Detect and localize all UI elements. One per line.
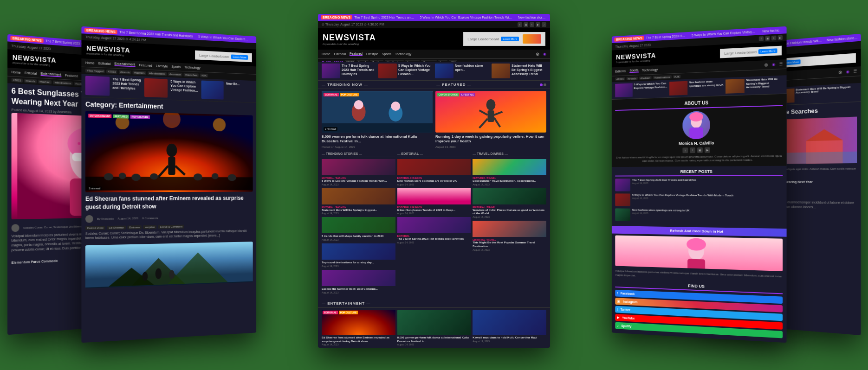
nav-c-lifestyle[interactable]: Lifestyle bbox=[366, 52, 378, 56]
ts-title-3[interactable]: 5 trends that will shape family vacation… bbox=[322, 235, 395, 238]
trending-badges: EDITORIAL POP CULTURE bbox=[324, 93, 359, 97]
fb-r[interactable]: f bbox=[759, 36, 764, 41]
tw-c[interactable]: t bbox=[530, 22, 534, 27]
logo: NEWSVISTA Impossible is for the unwillin… bbox=[13, 53, 57, 67]
ig-r[interactable]: ▣ bbox=[765, 36, 770, 41]
article-title-2[interactable]: 5 Ways In Which You Can Explore Vintage … bbox=[170, 79, 198, 93]
trending-stories-title: — TRENDING STORIES — bbox=[322, 152, 395, 157]
menu-fr[interactable]: ☰ bbox=[854, 69, 857, 74]
sa-title-1[interactable]: The 7 Best Spring 2023 Hair Trends and H… bbox=[342, 64, 376, 76]
svg-rect-40 bbox=[488, 110, 494, 122]
article-content-2: 5 Ways In Which You Can Explore Vintage … bbox=[170, 79, 198, 99]
badge-culture: POP CULTURE bbox=[130, 115, 150, 119]
dark-toggle-right[interactable]: ◉ bbox=[772, 62, 775, 67]
tr-title-1[interactable]: Best Summer Travel Destination, Accordin… bbox=[473, 179, 546, 183]
featured-article-title[interactable]: Running 1 day a week is gaining populari… bbox=[435, 134, 546, 144]
nav-r-sports[interactable]: Sports bbox=[629, 69, 638, 73]
ig-c[interactable]: ▣ bbox=[524, 22, 528, 27]
fb-c[interactable]: f bbox=[518, 22, 522, 27]
nav-c-editorial[interactable]: Editorial bbox=[334, 52, 346, 56]
nav-left-sports[interactable]: Sports bbox=[171, 65, 181, 69]
ts-img-3 bbox=[322, 217, 395, 233]
ts-title-2[interactable]: Statement Hats Will Be Spring's Biggest.… bbox=[322, 209, 395, 212]
tag-eminem[interactable]: Eminem bbox=[127, 225, 142, 230]
yt-platform-icon: ▶ bbox=[617, 315, 620, 319]
ent-title-2[interactable]: 8,000 women perform folk dance at Intern… bbox=[397, 336, 471, 344]
dark-mode-toggle[interactable]: ◉ bbox=[543, 52, 546, 56]
search-icon-fr[interactable]: ⊗ bbox=[838, 70, 842, 75]
tag-detroit[interactable]: Detroit show bbox=[85, 226, 105, 230]
dot-2[interactable] bbox=[544, 83, 546, 86]
tw-r[interactable]: t bbox=[771, 36, 776, 41]
a-yt[interactable]: ▶ bbox=[705, 147, 710, 153]
sa-content-3: New fashion store open... bbox=[455, 64, 490, 78]
learn-more-right[interactable]: Learn More bbox=[758, 48, 777, 54]
tag-surprise[interactable]: surprise bbox=[143, 225, 157, 229]
nav-left-featured[interactable]: Featured bbox=[139, 64, 152, 67]
ed-title-1[interactable]: New fashion store openings are strong in… bbox=[397, 179, 471, 183]
nav-c-tech[interactable]: Technology bbox=[395, 52, 411, 56]
a-ig[interactable]: ▣ bbox=[697, 147, 703, 153]
ig-platform-icon: ▣ bbox=[617, 299, 620, 303]
nav-left-editorial[interactable]: Editorial bbox=[98, 62, 110, 65]
nav-c-sports[interactable]: Sports bbox=[382, 52, 391, 56]
nav-featured[interactable]: Featured bbox=[65, 74, 78, 78]
nav-left-lifestyle[interactable]: Lifestyle bbox=[156, 64, 168, 68]
tr-title-3[interactable]: This Might Be the Most Popular Summer Tr… bbox=[473, 241, 546, 249]
yt-r[interactable]: ▶ bbox=[778, 35, 783, 40]
ts-title-5[interactable]: Escape the Summer Heat: Best Camping... bbox=[322, 287, 395, 291]
ts-article-2: EDITORIAL / FASHION Statement Hats Will … bbox=[322, 188, 395, 215]
rp-title-1[interactable]: The 7 Best Spring 2023 Hair Trends and H… bbox=[632, 179, 697, 182]
ed-title-2[interactable]: 6 Best Sunglasses Trends of 2023 to Keep… bbox=[397, 209, 471, 212]
nav-r-tech[interactable]: Technology bbox=[642, 68, 658, 72]
sa-title-4[interactable]: Statement Hats WIll Be Spring's Biggest … bbox=[512, 64, 546, 76]
tag-edsheeran[interactable]: Ed Sheeran bbox=[107, 225, 126, 230]
a-fb[interactable]: f bbox=[690, 147, 695, 153]
yt-c[interactable]: ▶ bbox=[536, 22, 540, 27]
sa-title-3[interactable]: New fashion store open... bbox=[455, 64, 490, 72]
nav-editorial[interactable]: Editorial bbox=[25, 71, 37, 75]
menu-icon-right[interactable]: ☰ bbox=[779, 62, 783, 67]
tag-comment[interactable]: Leave a Comment bbox=[158, 224, 184, 229]
sp-c[interactable]: ♪ bbox=[542, 22, 546, 27]
tr-img-3 bbox=[473, 221, 546, 237]
a-tw[interactable]: t bbox=[682, 147, 688, 153]
article-big-title[interactable]: Ed Sheeran fans stunned after Eminem rev… bbox=[81, 191, 256, 213]
ed-date-1: August 14, 2023 bbox=[397, 183, 471, 186]
tr-title-2[interactable]: Wonders of India: Places that are as goo… bbox=[473, 209, 546, 216]
nav-home[interactable]: Home bbox=[12, 70, 21, 75]
ent-title-1[interactable]: Ed Sheeran fans stunned after Eminem rev… bbox=[322, 336, 395, 344]
dot-1[interactable] bbox=[540, 83, 543, 86]
article-title-1[interactable]: The 7 Best Spring 2023 Hair Trends and H… bbox=[112, 77, 142, 91]
sr-title-3[interactable]: Statement Hats WIll Be Spring's Biggest … bbox=[746, 77, 783, 93]
dark-toggle-fr[interactable]: ◉ bbox=[846, 70, 849, 74]
nav-c-featured[interactable]: Featured bbox=[350, 52, 363, 56]
ts-title-4[interactable]: Top travel destinations for a rainy day.… bbox=[322, 261, 395, 265]
ts-title-1[interactable]: 5 Ways to Explore Vintage Fashion Trends… bbox=[322, 179, 395, 183]
nav-c-home[interactable]: Home bbox=[322, 52, 330, 56]
ed-title-3[interactable]: The 7 Best Spring 2023 Hair Trends and H… bbox=[397, 237, 471, 241]
learn-more-left[interactable]: Learn More bbox=[231, 54, 248, 60]
ent-title-3[interactable]: Kawai'i musicians to hold Kuilu Concert … bbox=[473, 336, 546, 340]
ad-label-left: Large Leaderboard bbox=[199, 53, 229, 58]
sr-title-2[interactable]: New fashion store openings are strong in… bbox=[689, 80, 724, 95]
small-article-3: New fashion store open... bbox=[435, 64, 490, 78]
trending-article-title[interactable]: 8,000 women perform folk dance at Intern… bbox=[322, 134, 433, 144]
fr-title-2[interactable]: Statement Hats WIll Be Spring's Biggest … bbox=[796, 85, 858, 94]
learn-more-center[interactable]: Learn More bbox=[501, 37, 519, 41]
sr-title-1[interactable]: 5 Ways In Which You Can Explore Vintage … bbox=[634, 82, 667, 96]
second-img bbox=[85, 242, 253, 288]
article-title-3[interactable]: New Be... bbox=[226, 82, 253, 87]
nav-left-tech[interactable]: Technology bbox=[184, 65, 201, 69]
svg-rect-52 bbox=[687, 259, 705, 271]
ent-date-2: August 14, 2023 bbox=[397, 343, 471, 346]
nav-left-entertainment[interactable]: Entertainment bbox=[115, 62, 136, 67]
nav-left-home[interactable]: Home bbox=[85, 61, 95, 65]
search-icon-center[interactable]: ⊗ bbox=[536, 51, 539, 57]
ts-article-5: Escape the Summer Heat: Best Camping... … bbox=[322, 270, 395, 294]
search-icon-right[interactable]: ⊗ bbox=[764, 62, 768, 68]
sa-title-2[interactable]: 5 Ways In Which You Can Explore Vintage … bbox=[398, 64, 433, 76]
featured-title: — FEATURED — bbox=[436, 83, 471, 87]
nav-entertainment[interactable]: Entertainment bbox=[40, 72, 61, 77]
nav-r-editorial[interactable]: Editorial bbox=[615, 70, 626, 73]
